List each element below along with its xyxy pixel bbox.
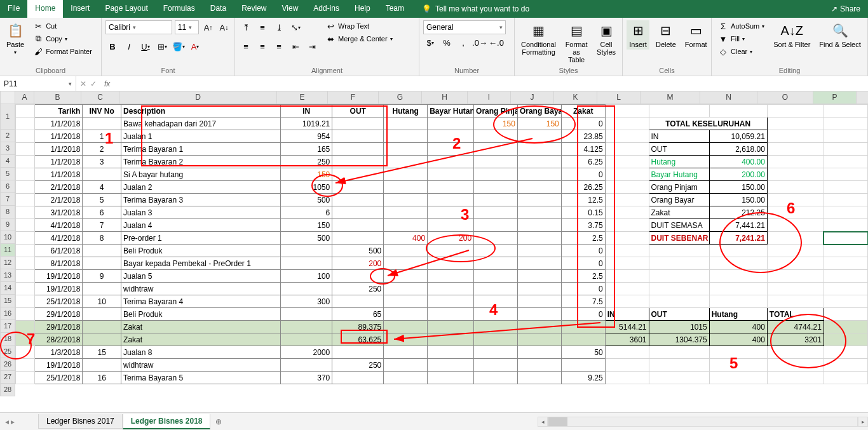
scissors-icon: ✂ bbox=[33, 21, 43, 31]
align-left-button[interactable]: ≡ bbox=[239, 39, 253, 53]
search-icon: 🔍 bbox=[831, 22, 849, 39]
brush-icon: 🖌 bbox=[33, 46, 43, 57]
underline-button[interactable]: U▾ bbox=[139, 39, 153, 53]
tab-data[interactable]: Data bbox=[203, 0, 234, 18]
font-name-combo[interactable]: Calibri▾ bbox=[105, 20, 172, 34]
cell-styles-button[interactable]: ▣Cell Styles bbox=[594, 20, 618, 57]
cell-styles-icon: ▣ bbox=[597, 22, 615, 39]
clear-button[interactable]: ◇Clear▾ bbox=[715, 46, 767, 57]
number-format-combo[interactable]: General▾ bbox=[423, 20, 506, 34]
formula-bar-row: P11▾ ✕✓ fx bbox=[0, 76, 868, 91]
inc-decimal-button[interactable]: .0→ bbox=[473, 36, 487, 50]
align-middle-button[interactable]: ≡ bbox=[255, 20, 269, 34]
align-center-button[interactable]: ≡ bbox=[255, 39, 269, 53]
group-clipboard-label: Clipboard bbox=[4, 65, 97, 74]
format-cells-button[interactable]: ▭Format bbox=[682, 20, 710, 50]
tab-file[interactable]: File bbox=[0, 0, 27, 18]
delete-cells-button[interactable]: ⊟Delete bbox=[653, 20, 679, 50]
tab-addins[interactable]: Add-ins bbox=[306, 0, 347, 18]
font-size-combo[interactable]: 11▾ bbox=[175, 20, 199, 34]
share-button[interactable]: ↗Share bbox=[824, 0, 868, 18]
shrink-font-button[interactable]: A↓ bbox=[217, 20, 231, 34]
paste-button[interactable]: 📋Paste▾ bbox=[4, 20, 27, 57]
fill-color-button[interactable]: 🪣▾ bbox=[172, 39, 186, 53]
tab-formulas[interactable]: Formulas bbox=[156, 0, 203, 18]
dec-decimal-button[interactable]: ←.0 bbox=[489, 36, 503, 50]
wrap-text-button[interactable]: ↩Wrap Text bbox=[323, 20, 395, 32]
orientation-button[interactable]: ⤡▾ bbox=[288, 20, 302, 34]
fx-buttons: ✕✓ bbox=[76, 79, 100, 88]
comma-button[interactable]: , bbox=[456, 36, 470, 50]
borders-button[interactable]: ⊞▾ bbox=[155, 39, 169, 53]
group-number-label: Number bbox=[423, 65, 510, 74]
tab-team[interactable]: Team bbox=[378, 0, 412, 18]
delete-icon: ⊟ bbox=[657, 22, 675, 39]
group-font-label: Font bbox=[105, 65, 231, 74]
cancel-icon[interactable]: ✕ bbox=[80, 79, 86, 88]
cut-button[interactable]: ✂Cut bbox=[31, 20, 95, 32]
tab-page-layout[interactable]: Page Layout bbox=[97, 0, 155, 18]
sheet-tab-2018[interactable]: Ledger Bisnes 2018 bbox=[123, 414, 211, 429]
enter-icon[interactable]: ✓ bbox=[90, 79, 97, 88]
bold-button[interactable]: B bbox=[105, 39, 119, 53]
lightbulb-icon: 💡 bbox=[422, 4, 431, 13]
name-box[interactable]: P11▾ bbox=[0, 76, 76, 91]
table-icon: ▤ bbox=[567, 22, 585, 39]
merge-icon: ⬌ bbox=[325, 34, 336, 44]
copy-icon: ⧉ bbox=[33, 34, 43, 44]
group-styles-label: Styles bbox=[519, 65, 618, 74]
group-editing-label: Editing bbox=[715, 65, 864, 74]
align-top-button[interactable]: ⤒ bbox=[239, 20, 253, 34]
format-table-button[interactable]: ▤Format as Table bbox=[562, 20, 590, 65]
new-sheet-button[interactable]: ⊕ bbox=[210, 415, 227, 429]
format-painter-button[interactable]: 🖌Format Painter bbox=[31, 46, 95, 57]
format-icon: ▭ bbox=[687, 22, 705, 39]
merge-center-button[interactable]: ⬌Merge & Center▾ bbox=[323, 33, 395, 44]
currency-button[interactable]: $▾ bbox=[423, 36, 437, 50]
insert-cells-button[interactable]: ⊞Insert bbox=[627, 20, 649, 50]
tab-view[interactable]: View bbox=[275, 0, 306, 18]
tab-insert[interactable]: Insert bbox=[63, 0, 97, 18]
tab-review[interactable]: Review bbox=[234, 0, 274, 18]
fill-icon: ▼ bbox=[718, 34, 728, 44]
eraser-icon: ◇ bbox=[718, 46, 728, 57]
tab-home[interactable]: Home bbox=[27, 0, 63, 18]
sort-icon: A↓Z bbox=[783, 22, 801, 39]
font-color-button[interactable]: A▾ bbox=[188, 39, 202, 53]
align-bottom-button[interactable]: ⤓ bbox=[272, 20, 286, 34]
fx-icon[interactable]: fx bbox=[100, 79, 114, 88]
ribbon: 📋Paste▾ ✂Cut ⧉Copy▾ 🖌Format Painter Clip… bbox=[0, 18, 868, 76]
column-headers[interactable]: ABCDEFGHIJKLMNOP bbox=[15, 91, 868, 104]
indent-dec-button[interactable]: ⇤ bbox=[288, 39, 302, 53]
indent-inc-button[interactable]: ⇥ bbox=[305, 39, 319, 53]
sort-filter-button[interactable]: A↓ZSort & Filter bbox=[771, 20, 813, 50]
grow-font-button[interactable]: A↑ bbox=[201, 20, 215, 34]
tab-help[interactable]: Help bbox=[347, 0, 378, 18]
insert-icon: ⊞ bbox=[629, 22, 647, 39]
row-headers[interactable]: 12345678910111213141516171825262728 bbox=[0, 104, 15, 396]
align-right-button[interactable]: ≡ bbox=[272, 39, 286, 53]
tell-me[interactable]: 💡Tell me what you want to do bbox=[412, 0, 529, 18]
fill-button[interactable]: ▼Fill▾ bbox=[715, 33, 767, 44]
sigma-icon: Σ bbox=[718, 21, 728, 31]
clipboard-icon: 📋 bbox=[6, 22, 24, 39]
group-alignment-label: Alignment bbox=[239, 65, 415, 74]
select-all-corner[interactable] bbox=[0, 91, 15, 104]
cond-format-button[interactable]: ▦Conditional Formatting bbox=[519, 20, 559, 57]
sheet-nav[interactable]: ◂ ▸ bbox=[5, 417, 15, 426]
autosum-button[interactable]: ΣAutoSum▾ bbox=[715, 20, 767, 32]
share-icon: ↗ bbox=[831, 4, 837, 13]
horizontal-scrollbar[interactable]: ◂▸ bbox=[538, 417, 868, 427]
sheet-tab-bar: ◂ ▸ Ledger Bisnes 2017 Ledger Bisnes 201… bbox=[0, 412, 868, 430]
cells-grid[interactable]: TarikhINV NoDescriptionINOUTHutangBayar … bbox=[15, 104, 868, 384]
worksheet-area: ABCDEFGHIJKLMNOP 12345678910111213141516… bbox=[0, 91, 868, 412]
group-cells-label: Cells bbox=[627, 65, 707, 74]
italic-button[interactable]: I bbox=[122, 39, 136, 53]
menu-tabs: File Home Insert Page Layout Formulas Da… bbox=[0, 0, 868, 18]
find-select-button[interactable]: 🔍Find & Select bbox=[817, 20, 863, 50]
percent-button[interactable]: % bbox=[440, 36, 454, 50]
sheet-tab-2017[interactable]: Ledger Bisnes 2017 bbox=[38, 414, 123, 429]
cond-format-icon: ▦ bbox=[530, 22, 548, 39]
copy-button[interactable]: ⧉Copy▾ bbox=[31, 33, 95, 44]
wrap-icon: ↩ bbox=[325, 21, 336, 31]
